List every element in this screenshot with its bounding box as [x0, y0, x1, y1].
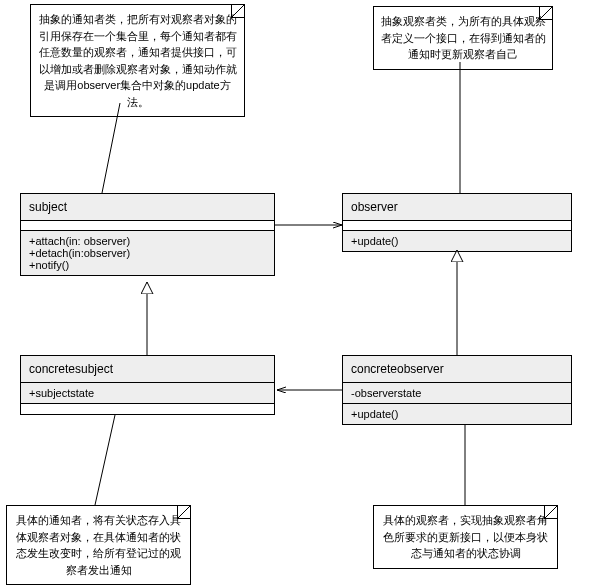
- note-text: 具体的通知者，将有关状态存入具体观察者对象，在具体通知者的状态发生改变时，给所有…: [16, 514, 181, 576]
- note-text: 抽象的通知者类，把所有对观察者对象的引用保存在一个集合里，每个通知者都有任意数量…: [39, 13, 237, 108]
- class-subject: subject +attach(in: observer) +detach(in…: [20, 193, 275, 276]
- note-text: 抽象观察者类，为所有的具体观察者定义一个接口，在得到通知者的通知时更新观察者自己: [381, 15, 546, 60]
- class-title: concretesubject: [21, 356, 274, 383]
- method: +attach(in: observer): [29, 235, 266, 247]
- note-observer: 抽象观察者类，为所有的具体观察者定义一个接口，在得到通知者的通知时更新观察者自己: [373, 6, 553, 70]
- method: +update(): [351, 408, 563, 420]
- method: +detach(in:observer): [29, 247, 266, 259]
- class-methods-empty: [21, 404, 274, 414]
- class-title: subject: [21, 194, 274, 221]
- note-subject: 抽象的通知者类，把所有对观察者对象的引用保存在一个集合里，每个通知者都有任意数量…: [30, 4, 245, 117]
- class-attributes-empty: [21, 221, 274, 231]
- attribute: -observerstate: [351, 387, 563, 399]
- class-methods: +attach(in: observer) +detach(in:observe…: [21, 231, 274, 275]
- note-concretesubject: 具体的通知者，将有关状态存入具体观察者对象，在具体通知者的状态发生改变时，给所有…: [6, 505, 191, 585]
- class-attributes: +subjectstate: [21, 383, 274, 404]
- attribute: +subjectstate: [29, 387, 266, 399]
- class-methods: +update(): [343, 404, 571, 424]
- class-title: observer: [343, 194, 571, 221]
- class-concretesubject: concretesubject +subjectstate: [20, 355, 275, 415]
- method: +notify(): [29, 259, 266, 271]
- class-title: concreteobserver: [343, 356, 571, 383]
- note-text: 具体的观察者，实现抽象观察者角色所要求的更新接口，以便本身状态与通知者的状态协调: [383, 514, 548, 559]
- class-concreteobserver: concreteobserver -observerstate +update(…: [342, 355, 572, 425]
- method: +update(): [351, 235, 563, 247]
- svg-line-2: [95, 415, 115, 505]
- class-methods: +update(): [343, 231, 571, 251]
- class-attributes: -observerstate: [343, 383, 571, 404]
- class-attributes-empty: [343, 221, 571, 231]
- class-observer: observer +update(): [342, 193, 572, 252]
- note-concreteobserver: 具体的观察者，实现抽象观察者角色所要求的更新接口，以便本身状态与通知者的状态协调: [373, 505, 558, 569]
